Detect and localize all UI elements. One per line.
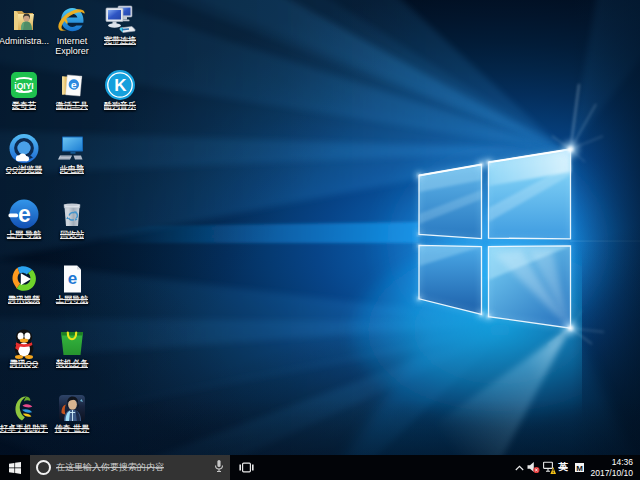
- svg-text:e: e: [68, 268, 77, 287]
- svg-text:e: e: [18, 201, 31, 227]
- svg-text:K: K: [114, 76, 127, 95]
- svg-text:iQIYI: iQIYI: [14, 80, 33, 90]
